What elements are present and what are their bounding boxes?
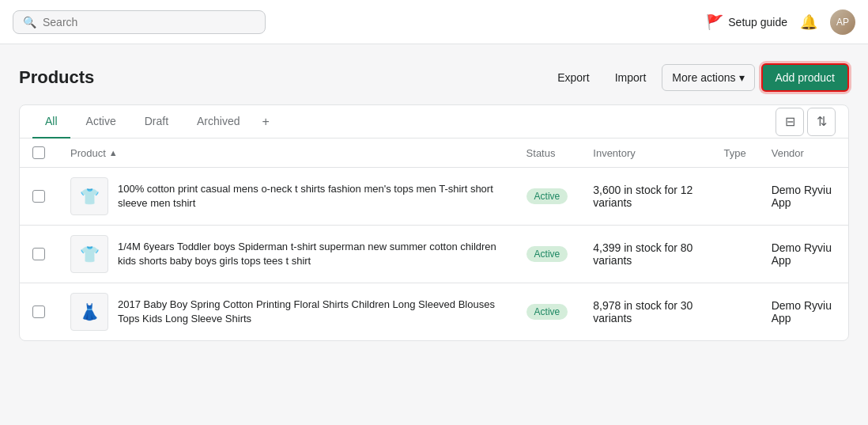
col-header-inventory: Inventory: [580, 139, 711, 168]
tab-draft[interactable]: Draft: [132, 105, 181, 139]
more-actions-button[interactable]: More actions ▾: [662, 64, 754, 91]
import-button[interactable]: Import: [606, 65, 656, 90]
inventory-cell-2: 8,978 in stock for 30 variants: [580, 283, 711, 341]
nav-actions: 🚩 Setup guide 🔔 AP: [706, 9, 855, 35]
inventory-cell-1: 4,399 in stock for 80 variants: [580, 226, 711, 283]
setup-guide-label: Setup guide: [728, 16, 787, 28]
tab-tools: ⊟ ⇅: [776, 108, 836, 136]
product-name[interactable]: 100% cotton print casual mens o-neck t s…: [118, 182, 501, 211]
top-navigation: 🔍 🚩 Setup guide 🔔 AP: [0, 0, 868, 44]
type-cell-0: [711, 168, 759, 226]
product-thumbnail: 👕: [70, 177, 108, 215]
notification-bell-icon[interactable]: 🔔: [800, 13, 817, 31]
vendor-cell-2: Demo Ryviu App: [759, 283, 848, 341]
user-avatar[interactable]: AP: [830, 9, 855, 35]
header-actions: Export Import More actions ▾ Add product: [548, 63, 849, 92]
search-icon: 🔍: [23, 16, 36, 28]
row-checkbox[interactable]: [32, 248, 45, 260]
chevron-down-icon: ▾: [739, 71, 745, 84]
table-header-row: Product ▲ Status Inventory Type Vendor: [20, 139, 848, 168]
product-tabs: All Active Draft Archived + ⊟ ⇅: [20, 105, 848, 139]
tab-all[interactable]: All: [32, 105, 70, 139]
filter-icon: ⊟: [785, 114, 795, 129]
table-row: 👗 2017 Baby Boy Spring Cotton Printing F…: [20, 283, 848, 341]
tab-active[interactable]: Active: [74, 105, 129, 139]
product-thumbnail: 👗: [70, 293, 108, 331]
select-all-checkbox[interactable]: [32, 146, 45, 159]
product-thumbnail: 👕: [70, 235, 108, 273]
products-table: Product ▲ Status Inventory Type Vendor 👕…: [20, 139, 848, 340]
table-row: 👕 1/4M 6years Toddler boys Spiderman t-s…: [20, 226, 848, 283]
sort-button[interactable]: ⇅: [807, 108, 836, 136]
search-input[interactable]: [43, 16, 255, 28]
sort-icon: ⇅: [817, 114, 827, 129]
col-header-vendor: Vendor: [759, 139, 848, 168]
setup-guide-link[interactable]: 🚩 Setup guide: [706, 13, 787, 31]
products-card: All Active Draft Archived + ⊟ ⇅: [19, 104, 849, 341]
filter-search-button[interactable]: ⊟: [776, 108, 804, 136]
product-cell-1: 👕 1/4M 6years Toddler boys Spiderman t-s…: [58, 226, 514, 283]
tab-archived[interactable]: Archived: [184, 105, 252, 139]
col-header-type: Type: [711, 139, 759, 168]
status-badge: Active: [526, 304, 568, 320]
search-bar[interactable]: 🔍: [13, 10, 266, 34]
status-cell-1: Active: [514, 226, 581, 283]
row-checkbox-cell[interactable]: [20, 226, 58, 283]
more-actions-label: More actions: [672, 71, 735, 84]
product-cell-0: 👕 100% cotton print casual mens o-neck t…: [58, 168, 514, 226]
type-cell-1: [711, 226, 759, 283]
col-header-product: Product ▲: [58, 139, 514, 168]
vendor-cell-1: Demo Ryviu App: [759, 226, 848, 283]
main-content: Products Export Import More actions ▾ Ad…: [0, 44, 868, 360]
select-all-header[interactable]: [20, 139, 58, 168]
table-row: 👕 100% cotton print casual mens o-neck t…: [20, 168, 848, 226]
row-checkbox-cell[interactable]: [20, 168, 58, 226]
export-button[interactable]: Export: [548, 65, 598, 90]
status-cell-0: Active: [514, 168, 581, 226]
status-cell-2: Active: [514, 283, 581, 341]
row-checkbox[interactable]: [32, 190, 45, 203]
add-tab-button[interactable]: +: [256, 108, 276, 135]
inventory-cell-0: 3,600 in stock for 12 variants: [580, 168, 711, 226]
vendor-cell-0: Demo Ryviu App: [759, 168, 848, 226]
sort-asc-icon: ▲: [109, 148, 118, 157]
col-header-status: Status: [514, 139, 581, 168]
type-cell-2: [711, 283, 759, 341]
add-product-button[interactable]: Add product: [761, 63, 850, 92]
page-title: Products: [19, 67, 94, 88]
flag-icon: 🚩: [706, 13, 723, 31]
status-badge: Active: [526, 246, 568, 262]
product-sort-button[interactable]: Product ▲: [70, 147, 118, 159]
product-name[interactable]: 1/4M 6years Toddler boys Spiderman t-shi…: [118, 240, 501, 268]
product-cell-2: 👗 2017 Baby Boy Spring Cotton Printing F…: [58, 283, 514, 341]
product-name[interactable]: 2017 Baby Boy Spring Cotton Printing Flo…: [118, 298, 501, 326]
row-checkbox-cell[interactable]: [20, 283, 58, 341]
row-checkbox[interactable]: [32, 305, 45, 318]
page-header: Products Export Import More actions ▾ Ad…: [19, 63, 849, 92]
product-col-label: Product: [70, 147, 106, 159]
status-badge: Active: [526, 188, 568, 204]
